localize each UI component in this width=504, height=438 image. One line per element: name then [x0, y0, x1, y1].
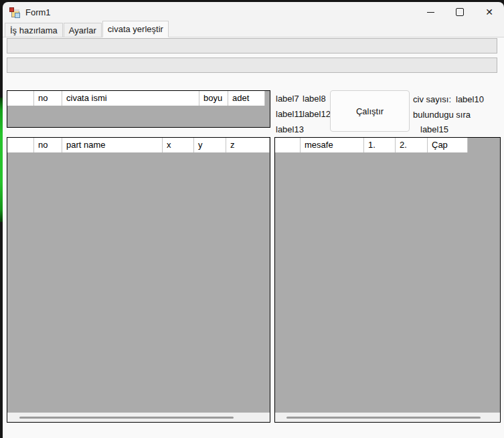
label8: label8 [303, 94, 326, 104]
label11: label11 [276, 109, 303, 119]
label13: label13 [276, 124, 304, 134]
close-icon: ✕ [485, 7, 493, 17]
window-title: Form1 [25, 7, 51, 17]
close-button[interactable]: ✕ [475, 2, 504, 22]
grid-parts-col-x[interactable]: x [163, 138, 194, 152]
grid-mesafe-col-mesafe[interactable]: mesafe [301, 138, 364, 152]
grid-mesafe-col-2[interactable]: 2. [396, 138, 428, 152]
progress-bar-2 [7, 58, 497, 73]
grid-parts[interactable]: no part name x y z [7, 137, 270, 423]
grid-mesafe-col-cap[interactable]: Çap [428, 138, 468, 152]
maximize-icon [456, 8, 464, 16]
grid-civata[interactable]: no civata ismi boyu adet [7, 90, 270, 128]
minimize-button[interactable] [416, 2, 445, 22]
grid-parts-col-partname[interactable]: part name [62, 138, 163, 152]
grid-parts-header: no part name x y z [7, 138, 270, 152]
label12: label12 [303, 109, 331, 119]
bulundugu-sira-caption: bulundugu sıra [413, 110, 471, 120]
grid-civata-col-ismi[interactable]: civata ismi [62, 91, 199, 106]
civ-sayisi-caption: civ sayısı: [413, 94, 451, 104]
grid-parts-hscrollbar[interactable] [7, 413, 270, 422]
grid-civata-col-boyu[interactable]: boyu [199, 91, 228, 106]
grid-civata-col-no[interactable]: no [34, 91, 62, 106]
grid-mesafe-hscroll-thumb[interactable] [286, 417, 481, 419]
tabpage-civata-yerlestir: no civata ismi boyu adet label7 label8 l… [3, 37, 504, 438]
grid-mesafe-hscrollbar[interactable] [275, 413, 500, 422]
tab-strip: İş hazırlama Ayarlar civata yerleştir [3, 22, 504, 37]
grid-civata-header: no civata ismi boyu adet [7, 91, 270, 106]
grid-parts-corner-cell[interactable] [7, 138, 34, 152]
screenshot-root: Form1 ✕ İş hazırlama Ayarlar civata yerl… [0, 0, 504, 438]
grid-mesafe-col-1[interactable]: 1. [364, 138, 396, 152]
tab-is-hazirlama[interactable]: İş hazırlama [5, 23, 63, 37]
maximize-button[interactable] [445, 2, 475, 22]
title-bar: Form1 ✕ [3, 2, 504, 22]
minimize-icon [427, 12, 434, 13]
progress-bar-1 [7, 38, 497, 53]
grid-civata-corner-cell[interactable] [7, 91, 34, 106]
label7: label7 [276, 94, 299, 104]
grid-mesafe-header: mesafe 1. 2. Çap [275, 138, 500, 152]
winforms-form-icon [9, 7, 20, 17]
grid-civata-col-adet[interactable]: adet [228, 91, 265, 106]
form1-window: Form1 ✕ İş hazırlama Ayarlar civata yerl… [3, 2, 504, 438]
tab-ayarlar[interactable]: Ayarlar [64, 23, 102, 37]
calistir-button[interactable]: Çalıştır [330, 90, 410, 132]
window-controls: ✕ [416, 2, 504, 22]
grid-parts-hscroll-thumb[interactable] [19, 417, 234, 419]
grid-mesafe-corner-cell[interactable] [275, 138, 301, 152]
label15: label15 [420, 124, 448, 134]
grid-parts-col-no[interactable]: no [34, 138, 62, 152]
grid-mesafe[interactable]: mesafe 1. 2. Çap [274, 137, 501, 423]
grid-parts-col-y[interactable]: y [194, 138, 226, 152]
tab-civata-yerlestir[interactable]: civata yerleştir [102, 21, 169, 37]
grid-parts-col-z[interactable]: z [226, 138, 270, 152]
label10-civ-count: label10 [456, 94, 484, 104]
